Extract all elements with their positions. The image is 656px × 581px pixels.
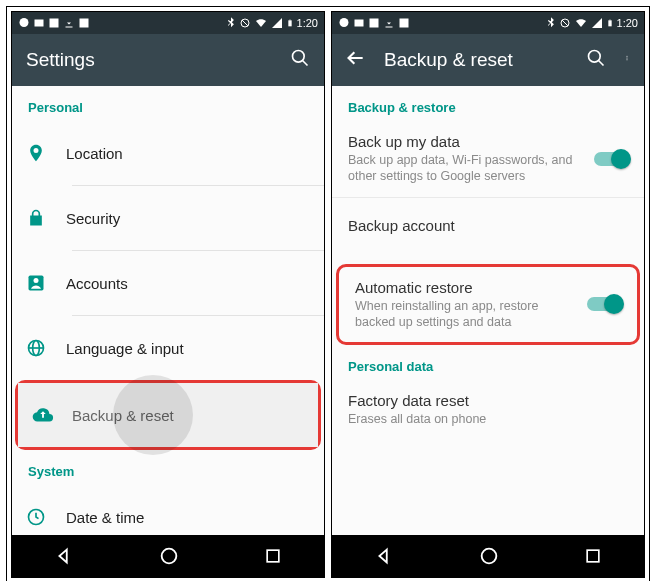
location-icon xyxy=(26,142,66,164)
nav-bar xyxy=(12,535,324,577)
svg-point-11 xyxy=(34,278,39,283)
back-arrow-icon[interactable] xyxy=(346,48,366,72)
pref-summary: When reinstalling an app, restore backed… xyxy=(355,298,577,331)
person-icon xyxy=(26,272,66,294)
nav-back-icon[interactable] xyxy=(373,545,395,567)
no-sign-icon xyxy=(559,17,571,29)
settings-label: Accounts xyxy=(66,275,310,292)
hangouts-icon xyxy=(18,17,30,29)
svg-point-26 xyxy=(589,51,601,63)
bluetooth-icon xyxy=(226,17,236,29)
settings-label: Location xyxy=(66,145,310,162)
bluetooth-icon xyxy=(546,17,556,29)
svg-rect-3 xyxy=(80,19,89,28)
status-time: 1:20 xyxy=(297,17,318,29)
nav-recent-icon[interactable] xyxy=(263,546,283,566)
nav-back-icon[interactable] xyxy=(53,545,75,567)
svg-line-27 xyxy=(599,61,604,66)
settings-item-accounts[interactable]: Accounts xyxy=(12,251,324,315)
svg-rect-7 xyxy=(289,20,290,21)
battery-icon xyxy=(606,17,614,29)
settings-item-location[interactable]: Location xyxy=(12,121,324,185)
svg-point-31 xyxy=(482,549,497,564)
status-bar: 1:20 xyxy=(332,12,644,34)
status-time: 1:20 xyxy=(617,17,638,29)
settings-item-security[interactable]: Security xyxy=(12,186,324,250)
phone-backup-reset: 1:20 Backup & reset Backup & restore Bac… xyxy=(331,11,645,578)
nav-bar xyxy=(332,535,644,577)
nav-home-icon[interactable] xyxy=(478,545,500,567)
nav-recent-icon[interactable] xyxy=(583,546,603,566)
svg-rect-21 xyxy=(400,19,409,28)
no-sign-icon xyxy=(239,17,251,29)
pref-summary: Erases all data on phone xyxy=(348,411,618,427)
svg-point-8 xyxy=(293,51,305,63)
settings-label: Date & time xyxy=(66,509,310,526)
download-icon xyxy=(383,17,395,29)
settings-item-backup-reset[interactable]: Backup & reset xyxy=(18,383,318,447)
lock-icon xyxy=(26,207,66,229)
svg-rect-1 xyxy=(35,20,44,27)
app-bar: Backup & reset xyxy=(332,34,644,86)
download-icon xyxy=(63,17,75,29)
svg-point-29 xyxy=(627,58,628,59)
section-personal-data: Personal data xyxy=(332,345,644,380)
touch-ripple xyxy=(113,375,193,455)
nav-home-icon[interactable] xyxy=(158,545,180,567)
svg-line-5 xyxy=(242,20,248,26)
image-icon xyxy=(368,17,380,29)
section-personal: Personal xyxy=(12,86,324,121)
hangouts-icon xyxy=(338,17,350,29)
pref-label: Automatic restore xyxy=(355,279,577,296)
search-icon[interactable] xyxy=(290,48,310,72)
pref-label: Backup account xyxy=(348,217,618,234)
translate-icon xyxy=(398,17,410,29)
page-title: Backup & reset xyxy=(384,49,568,71)
toggle-switch[interactable] xyxy=(594,152,628,166)
phone-settings: 1:20 Settings Personal Location Security… xyxy=(11,11,325,578)
settings-item-language[interactable]: Language & input xyxy=(12,316,324,380)
status-bar: 1:20 xyxy=(12,12,324,34)
section-backup-restore: Backup & restore xyxy=(332,86,644,121)
backup-icon xyxy=(32,404,72,426)
overflow-menu-icon[interactable] xyxy=(624,48,630,72)
svg-point-0 xyxy=(20,18,29,27)
section-system: System xyxy=(12,450,324,485)
highlight-auto-restore: Automatic restore When reinstalling an a… xyxy=(336,264,640,346)
pref-factory-reset[interactable]: Factory data reset Erases all data on ph… xyxy=(332,380,644,439)
wifi-icon xyxy=(574,17,588,29)
svg-rect-24 xyxy=(608,20,611,26)
image-icon xyxy=(48,17,60,29)
signal-icon xyxy=(271,17,283,29)
pref-label: Back up my data xyxy=(348,133,584,150)
svg-rect-20 xyxy=(370,19,379,28)
clock-icon xyxy=(26,506,66,528)
pref-auto-restore[interactable]: Automatic restore When reinstalling an a… xyxy=(339,267,637,343)
pref-label: Factory data reset xyxy=(348,392,618,409)
svg-rect-19 xyxy=(355,20,364,27)
app-bar: Settings xyxy=(12,34,324,86)
svg-point-30 xyxy=(627,59,628,60)
toggle-switch[interactable] xyxy=(587,297,621,311)
svg-point-16 xyxy=(162,549,177,564)
svg-rect-17 xyxy=(267,550,279,562)
svg-point-28 xyxy=(627,56,628,57)
svg-rect-25 xyxy=(609,20,610,21)
mail-icon xyxy=(353,17,365,29)
svg-rect-32 xyxy=(587,550,599,562)
svg-rect-6 xyxy=(288,20,291,26)
translate-icon xyxy=(78,17,90,29)
settings-item-datetime[interactable]: Date & time xyxy=(12,485,324,535)
pref-backup-account[interactable]: Backup account xyxy=(332,198,644,254)
highlight-backup-reset: Backup & reset xyxy=(15,380,321,450)
search-icon[interactable] xyxy=(586,48,606,72)
settings-label: Security xyxy=(66,210,310,227)
signal-icon xyxy=(591,17,603,29)
svg-line-23 xyxy=(562,20,568,26)
svg-point-18 xyxy=(340,18,349,27)
pref-summary: Back up app data, Wi-Fi passwords, and o… xyxy=(348,152,584,185)
wifi-icon xyxy=(254,17,268,29)
settings-label: Language & input xyxy=(66,340,310,357)
pref-backup-my-data[interactable]: Back up my data Back up app data, Wi-Fi … xyxy=(332,121,644,197)
globe-icon xyxy=(26,337,66,359)
